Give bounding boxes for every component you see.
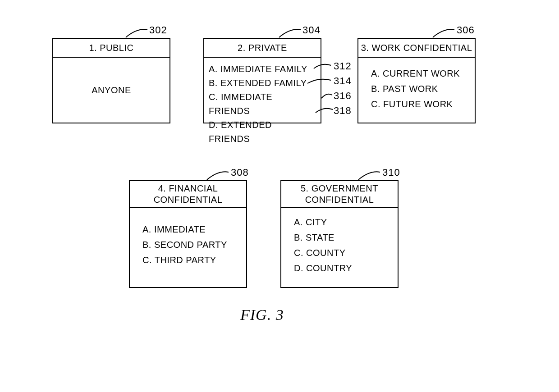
box-work-header: 3. WORK CONFIDENTIAL xyxy=(358,39,475,58)
callout-310 xyxy=(358,170,381,183)
box-government: 5. GOVERNMENT CONFIDENTIAL A. CITY B. ST… xyxy=(280,180,399,288)
box-government-body: A. CITY B. STATE C. COUNTY D. COUNTRY xyxy=(281,208,398,281)
callout-312 xyxy=(314,63,332,71)
box-public-header: 1. PUBLIC xyxy=(53,39,170,58)
ref-308: 308 xyxy=(231,167,249,178)
private-item-d: D. EXTENDED FRIENDS xyxy=(209,118,313,146)
callout-308 xyxy=(207,170,229,183)
box-private-title: 2. PRIVATE xyxy=(238,43,287,53)
box-work: 3. WORK CONFIDENTIAL A. CURRENT WORK B. … xyxy=(357,38,476,123)
private-item-a: A. IMMEDIATE FAMILY xyxy=(209,62,313,76)
box-government-header: 5. GOVERNMENT CONFIDENTIAL xyxy=(281,181,398,208)
ref-310: 310 xyxy=(382,167,400,178)
government-item-c: C. COUNTY xyxy=(294,245,390,260)
box-private: 2. PRIVATE A. IMMEDIATE FAMILY B. EXTEND… xyxy=(203,38,321,123)
box-financial-title: 4. FINANCIAL CONFIDENTIAL xyxy=(130,183,246,205)
ref-316: 316 xyxy=(334,90,352,102)
private-item-c: C. IMMEDIATE FRIENDS xyxy=(209,90,313,118)
figure-caption: FIG. 3 xyxy=(240,306,284,324)
box-public-anyone: ANYONE xyxy=(92,85,131,96)
government-item-a: A. CITY xyxy=(294,214,390,230)
ref-318: 318 xyxy=(334,105,352,117)
box-government-title: 5. GOVERNMENT CONFIDENTIAL xyxy=(281,183,398,205)
financial-item-c: C. THIRD PARTY xyxy=(142,252,239,268)
financial-item-a: A. IMMEDIATE xyxy=(142,222,239,237)
ref-312: 312 xyxy=(334,60,352,72)
work-item-c: C. FUTURE WORK xyxy=(371,96,467,112)
government-item-d: D. COUNTRY xyxy=(294,260,390,276)
box-public: 1. PUBLIC ANYONE xyxy=(52,38,170,123)
callout-304 xyxy=(279,28,302,41)
box-financial-body: A. IMMEDIATE B. SECOND PARTY C. THIRD PA… xyxy=(130,208,246,273)
ref-314: 314 xyxy=(334,75,352,87)
box-work-title: 3. WORK CONFIDENTIAL xyxy=(361,43,472,53)
box-financial-header: 4. FINANCIAL CONFIDENTIAL xyxy=(130,181,246,208)
callout-318 xyxy=(316,107,334,115)
ref-304: 304 xyxy=(302,24,321,36)
financial-item-b: B. SECOND PARTY xyxy=(142,237,239,252)
box-private-header: 2. PRIVATE xyxy=(204,39,321,58)
box-financial: 4. FINANCIAL CONFIDENTIAL A. IMMEDIATE B… xyxy=(129,180,247,288)
box-public-body: ANYONE xyxy=(53,58,170,123)
private-item-b: B. EXTENDED FAMILY xyxy=(209,76,313,90)
box-work-body: A. CURRENT WORK B. PAST WORK C. FUTURE W… xyxy=(358,58,475,117)
callout-314 xyxy=(307,78,332,86)
box-private-body: A. IMMEDIATE FAMILY B. EXTENDED FAMILY C… xyxy=(204,58,321,151)
callout-302 xyxy=(126,28,148,41)
callout-306 xyxy=(433,28,455,41)
ref-302: 302 xyxy=(149,24,167,36)
work-item-a: A. CURRENT WORK xyxy=(371,66,467,81)
work-item-b: B. PAST WORK xyxy=(371,81,467,96)
ref-306: 306 xyxy=(457,24,475,36)
box-public-title: 1. PUBLIC xyxy=(89,43,134,53)
government-item-b: B. STATE xyxy=(294,230,390,245)
callout-316 xyxy=(321,93,333,101)
